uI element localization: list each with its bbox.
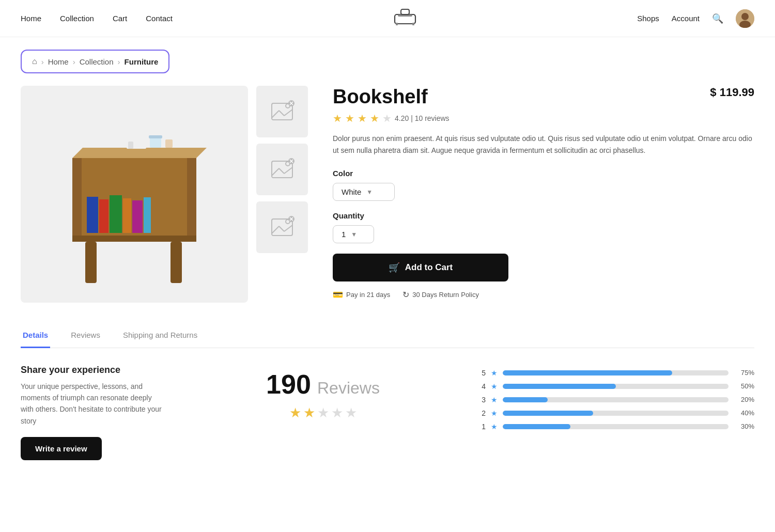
svg-rect-3 xyxy=(412,23,414,25)
tabs-section: Details Reviews Shipping and Returns Sha… xyxy=(0,323,775,460)
nav-contact[interactable]: Contact xyxy=(146,14,173,23)
product-description: Dolor purus non enim praesent. At quis r… xyxy=(333,133,754,157)
nav-cart[interactable]: Cart xyxy=(113,14,127,23)
bar-star-5: ★ xyxy=(491,369,498,377)
bar-fill-4 xyxy=(503,384,616,389)
color-field: Color White ▼ xyxy=(333,169,754,211)
color-label: Color xyxy=(333,169,754,178)
svg-rect-24 xyxy=(128,142,133,149)
return-label: 30 Days Return Policy xyxy=(412,291,479,299)
bar-row-4: 4 ★ 50% xyxy=(481,382,754,390)
svg-line-37 xyxy=(279,168,284,174)
svg-rect-19 xyxy=(85,242,97,283)
bar-label-1: 1 xyxy=(481,423,486,431)
logo-icon[interactable] xyxy=(394,7,416,29)
product-header: Bookshelf $ 119.99 xyxy=(333,86,754,108)
star-4: ★ xyxy=(370,112,379,124)
bar-track-2 xyxy=(503,411,729,416)
summary-stars: ★ ★ ★ ★ ★ xyxy=(289,405,357,421)
breadcrumb-wrap: ⌂ › Home › Collection › Furniture xyxy=(0,37,775,73)
sum-star-4: ★ xyxy=(331,405,343,421)
bar-star-4: ★ xyxy=(491,382,498,390)
sum-star-1: ★ xyxy=(289,405,301,421)
return-badge: ↻ 30 Days Return Policy xyxy=(402,290,479,300)
color-value: White xyxy=(342,187,361,196)
svg-rect-9 xyxy=(72,158,82,241)
nav-home[interactable]: Home xyxy=(21,14,41,23)
svg-rect-10 xyxy=(187,158,196,241)
svg-rect-21 xyxy=(150,137,161,148)
bar-label-4: 4 xyxy=(481,382,486,390)
bar-label-2: 2 xyxy=(481,409,486,417)
bar-row-1: 1 ★ 30% xyxy=(481,423,754,431)
bar-track-3 xyxy=(503,397,729,402)
nav-shops[interactable]: Shops xyxy=(637,14,659,23)
sum-star-2: ★ xyxy=(303,405,315,421)
sum-star-3: ★ xyxy=(317,405,329,421)
share-section: Share your experience Your unique perspe… xyxy=(21,365,165,461)
svg-rect-14 xyxy=(99,199,109,233)
return-icon: ↻ xyxy=(402,290,409,300)
nav-collection[interactable]: Collection xyxy=(60,14,94,23)
nav-left: Home Collection Cart Contact xyxy=(21,14,173,23)
thumbnail-1[interactable] xyxy=(256,86,308,137)
pay-label: Pay in 21 days xyxy=(346,291,390,299)
breadcrumb-current: Furniture xyxy=(125,57,159,66)
svg-rect-2 xyxy=(396,23,398,25)
svg-rect-15 xyxy=(110,195,122,233)
quantity-label: Quantity xyxy=(333,211,754,220)
breadcrumb-sep-3: › xyxy=(118,57,120,66)
color-select[interactable]: White ▼ xyxy=(333,183,395,201)
svg-rect-13 xyxy=(87,197,98,233)
tabs-bar: Details Reviews Shipping and Returns xyxy=(21,323,754,348)
tab-details[interactable]: Details xyxy=(21,323,50,348)
svg-line-30 xyxy=(284,109,292,116)
pay-badge: 💳 Pay in 21 days xyxy=(333,290,390,300)
avatar[interactable] xyxy=(736,9,754,28)
product-price: $ 119.99 xyxy=(710,86,754,99)
svg-rect-25 xyxy=(165,139,173,148)
thumbnail-2[interactable] xyxy=(256,144,308,195)
nav-account[interactable]: Account xyxy=(672,14,700,23)
home-icon[interactable]: ⌂ xyxy=(32,57,37,66)
bar-star-2: ★ xyxy=(491,409,498,417)
bar-fill-3 xyxy=(503,397,548,402)
svg-line-44 xyxy=(272,226,279,233)
bar-track-1 xyxy=(503,424,729,429)
quantity-field: Quantity 1 ▼ xyxy=(333,211,754,254)
add-to-cart-button[interactable]: 🛒 Add to Cart xyxy=(333,254,508,281)
breadcrumb-collection[interactable]: Collection xyxy=(80,57,114,66)
reviews-content: Share your experience Your unique perspe… xyxy=(21,365,754,461)
quantity-select[interactable]: 1 ▼ xyxy=(333,225,374,243)
bar-pct-2: 40% xyxy=(734,409,754,417)
breadcrumb-sep-1: › xyxy=(41,57,44,66)
nav-right: Shops Account 🔍 xyxy=(637,9,754,28)
color-chevron-icon: ▼ xyxy=(366,189,373,196)
sum-star-5: ★ xyxy=(345,405,357,421)
review-summary: 190 Reviews ★ ★ ★ ★ ★ xyxy=(186,365,460,461)
bar-star-3: ★ xyxy=(491,396,498,404)
svg-rect-12 xyxy=(72,236,196,242)
svg-line-36 xyxy=(272,168,279,176)
product-info: Bookshelf $ 119.99 ★ ★ ★ ★ ★ 4.20 | 10 r… xyxy=(308,86,754,303)
bar-label-5: 5 xyxy=(481,369,486,377)
star-3: ★ xyxy=(358,112,367,124)
tab-reviews[interactable]: Reviews xyxy=(69,323,102,348)
write-review-button[interactable]: Write a review xyxy=(21,437,102,460)
bar-row-2: 2 ★ 40% xyxy=(481,409,754,417)
search-icon[interactable]: 🔍 xyxy=(712,13,723,24)
svg-rect-4 xyxy=(401,9,409,14)
thumbnail-3[interactable] xyxy=(256,201,308,253)
cart-icon: 🛒 xyxy=(389,262,400,273)
breadcrumb-home[interactable]: Home xyxy=(48,57,69,66)
bar-pct-4: 50% xyxy=(734,382,754,390)
bar-pct-5: 75% xyxy=(734,369,754,377)
bar-star-1: ★ xyxy=(491,423,498,431)
svg-marker-8 xyxy=(72,148,207,158)
rating-text: 4.20 | 10 reviews xyxy=(395,114,450,122)
svg-rect-17 xyxy=(132,200,143,233)
main-product-image xyxy=(21,86,248,303)
breadcrumb-sep-2: › xyxy=(73,57,75,66)
navbar: Home Collection Cart Contact Shops Accou… xyxy=(0,0,775,37)
tab-shipping[interactable]: Shipping and Returns xyxy=(121,323,199,348)
